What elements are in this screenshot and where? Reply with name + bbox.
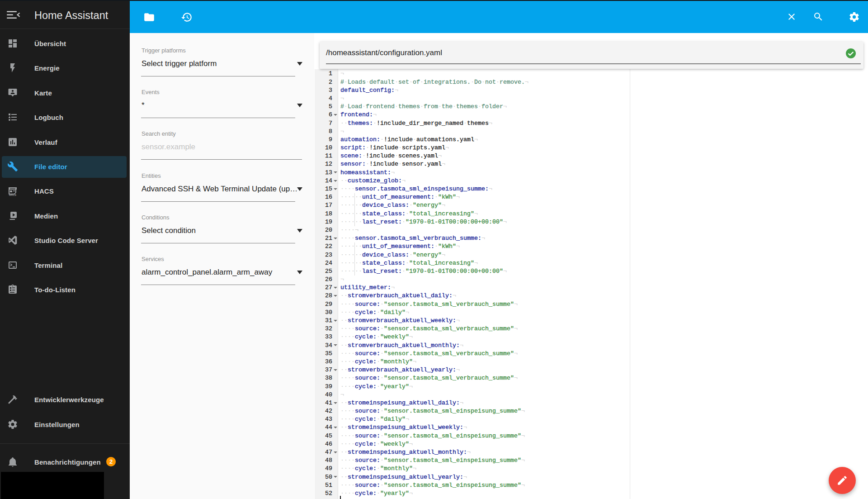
svg-text:HACS: HACS [9,194,16,196]
